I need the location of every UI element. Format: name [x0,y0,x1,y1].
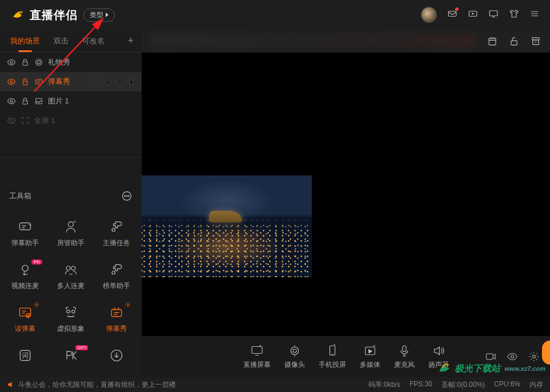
tool-admin-helper[interactable]: 房管助手 [48,212,94,255]
tool-multi-link[interactable]: 多人连麦 [48,255,94,298]
eye-icon [7,77,16,86]
svg-rect-42 [330,346,335,355]
unlock-icon[interactable] [509,36,519,46]
app-title: 直播伴侣 [30,7,78,23]
tool-rank-helper[interactable]: 榜单助手 [94,255,139,298]
tool-grid: 弹幕助手 房管助手 主播任务 PK 视频连麦 多人连麦 榜单助手 [0,207,142,377]
scene-name: 礼物秀 [48,57,135,67]
svg-rect-9 [23,81,27,85]
svg-point-17 [126,195,127,197]
source-phone[interactable]: 手机投屏 [319,344,346,370]
svg-rect-10 [36,79,42,84]
source-label: 多媒体 [360,360,380,370]
archive-icon[interactable] [531,36,541,46]
source-label: 麦克风 [394,360,415,370]
source-label: 摄像头 [284,360,305,370]
scene-row-gift[interactable]: 礼物秀 [0,53,142,72]
menu-button[interactable] [529,9,540,21]
tab-label: 双击 [54,36,69,46]
tool-label: 弹幕秀 [106,324,127,334]
up-icon[interactable] [105,78,112,85]
source-mic[interactable]: 麦克风 [394,344,415,370]
display-button[interactable] [488,9,499,21]
canvas[interactable] [142,53,550,336]
preview-toolbar [142,30,550,53]
svg-point-24 [71,266,75,270]
more-icon[interactable] [121,190,133,202]
svg-point-6 [36,59,42,66]
tool-label: 读弹幕 [15,324,35,334]
drop: 丢帧:0(0.00%) [441,380,485,390]
svg-rect-3 [489,11,497,16]
toolbox-header: 工具箱 [0,185,142,207]
source-camera[interactable]: 摄像头 [284,344,305,370]
type-selector[interactable]: 类型 [83,9,115,22]
preview-image[interactable] [142,175,312,277]
settings-icon[interactable] [528,351,540,362]
scene-name: 弹幕秀 [48,77,89,87]
source-screen[interactable]: 直播屏幕 [243,344,271,370]
svg-rect-5 [23,62,27,65]
svg-point-29 [67,310,70,313]
bitrate: 码率:0kb/s [368,380,400,390]
tab-doubleclick[interactable]: 双击 [47,30,75,52]
preview-eye-icon[interactable] [507,351,518,362]
calendar-icon[interactable] [487,36,497,46]
svg-point-4 [10,61,13,63]
tool-read-danmu[interactable]: 读弹幕 [2,298,48,341]
aurora-logo-icon [437,361,452,376]
gear-icon[interactable] [33,301,40,308]
tool-label: 虚拟形象 [57,324,85,334]
svg-point-22 [22,265,29,271]
mail-button[interactable] [447,9,457,21]
main-layout: 我的场景 双击 可改名 + 礼物秀 弹幕秀 [0,30,550,377]
gear-icon[interactable] [94,78,101,85]
tool-danmu-show[interactable]: 弹幕秀 [94,298,139,341]
gear-icon[interactable] [125,301,131,308]
eye-off-icon [7,116,16,125]
theme-button[interactable] [509,9,519,21]
type-label: 类型 [90,10,103,20]
record-icon[interactable] [485,351,496,362]
video-icon [468,9,478,19]
watermark-url: www.xz7.com [504,365,545,372]
scene-name: 全屏 1 [34,115,135,126]
tool-word[interactable]: 词 [2,341,48,370]
tool-video-link[interactable]: PK 视频连麦 [2,255,48,298]
status-metrics: 码率:0kb/s FPS:30 丢帧:0(0.00%) CPU:6% 内存 [368,380,543,390]
source-media[interactable]: 多媒体 [360,344,380,370]
tool-download[interactable] [94,341,139,370]
display-icon [488,9,499,19]
down-icon[interactable] [117,78,123,85]
toolbox-label: 工具箱 [9,191,31,201]
scene-row-image[interactable]: 图片 1 [0,91,142,111]
tool-pk[interactable]: GIFT [48,341,94,370]
scene-row-fullscreen[interactable]: 全屏 1 [0,111,142,130]
cpu: CPU:6% [494,380,520,390]
source-label: 手机投屏 [319,360,346,370]
svg-point-12 [10,100,13,102]
svg-point-23 [66,266,70,270]
video-button[interactable] [468,9,478,21]
tab-my-scenes[interactable]: 我的场景 [3,30,47,52]
volume-icon[interactable] [7,381,15,389]
tool-label: 词 [22,351,29,361]
watermark-text: 极光下载站 [455,363,500,375]
add-tab-button[interactable]: + [127,35,134,47]
tool-danmu-helper[interactable]: 弹幕助手 [2,212,48,255]
tool-label: 多人连麦 [57,281,85,291]
user-avatar[interactable] [421,7,437,23]
tool-label: 房管助手 [57,238,85,248]
tab-rename[interactable]: 可改名 [75,30,111,52]
mem: 内存 [529,380,543,390]
scene-row-danmu[interactable]: 弹幕秀 [0,72,142,91]
svg-rect-13 [23,101,27,104]
trash-icon[interactable] [128,78,135,85]
tool-anchor-task[interactable]: 主播任务 [94,212,139,255]
status-bar: 斗鱼公会，给你无限可能，直播有组织，更上一层楼 码率:0kb/s FPS:30 … [0,377,550,392]
tab-label: 可改名 [82,36,105,46]
svg-rect-35 [489,38,496,45]
tool-virtual-avatar[interactable]: 虚拟形象 [48,298,94,341]
svg-point-11 [97,81,98,83]
scene-tabs: 我的场景 双击 可改名 + [0,30,142,53]
